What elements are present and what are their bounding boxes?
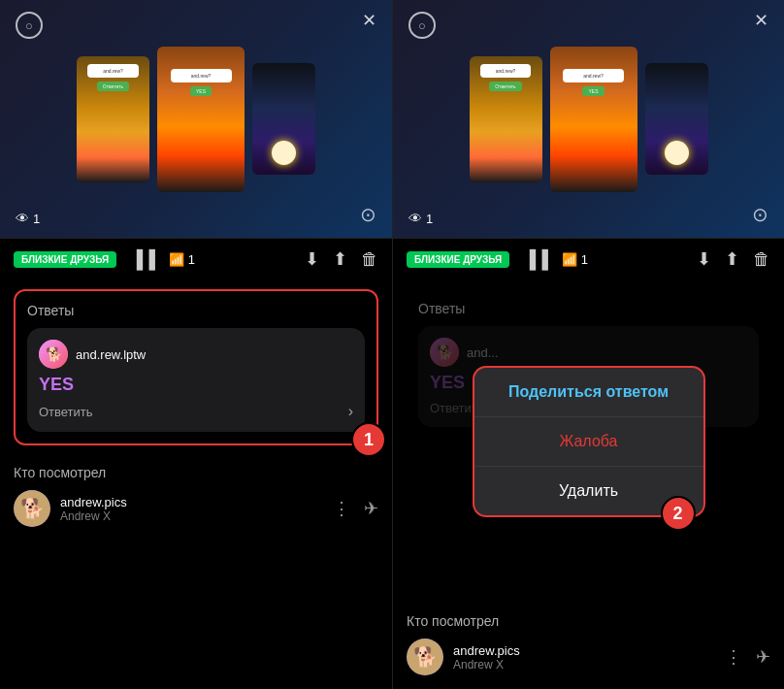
viewer-avatar-right: 🐕 bbox=[407, 639, 443, 675]
viewer-displayname-left: Andrew X bbox=[60, 509, 323, 523]
options-icon-left[interactable]: ○ bbox=[16, 12, 43, 39]
bar-views-right: 📶 1 bbox=[562, 252, 588, 267]
viewers-section-right: Кто посмотрел 🐕 andrew.pics Andrew X ⋮ ✈ bbox=[393, 604, 784, 689]
viewer-row-left: 🐕 andrew.pics Andrew X ⋮ ✈ bbox=[14, 490, 378, 527]
right-panel: ○ ✕ and.rew? Ответить bbox=[392, 0, 784, 689]
viewer-more-icon-left[interactable]: ⋮ bbox=[333, 498, 350, 519]
reply-text-left: YES bbox=[39, 375, 353, 395]
viewer-send-icon-left[interactable]: ✈ bbox=[364, 498, 378, 519]
viewer-avatar-left: 🐕 bbox=[14, 490, 50, 527]
story-preview-left: ○ ✕ and.rew? Ответить bbox=[0, 0, 392, 238]
step-badge-1: 1 bbox=[351, 422, 386, 457]
share-icon-left[interactable]: ⬆ bbox=[333, 248, 347, 270]
camera-icon-right[interactable]: ⊙ bbox=[752, 203, 768, 226]
chart-icon-left[interactable]: ▐▐ bbox=[130, 249, 155, 270]
options-icon-right[interactable]: ○ bbox=[408, 12, 436, 39]
close-button-right[interactable]: ✕ bbox=[754, 12, 768, 39]
close-friends-badge-left[interactable]: БЛИЗКИЕ ДРУЗЬЯ bbox=[14, 251, 116, 268]
reply-action-label-left[interactable]: Ответить bbox=[39, 405, 93, 419]
action-bar-right: БЛИЗКИЕ ДРУЗЬЯ ▐▐ 📶 1 ⬇ ⬆ 🗑 bbox=[393, 238, 784, 279]
reply-avatar-left: 🐕 bbox=[39, 340, 68, 369]
action-bar-left: БЛИЗКИЕ ДРУЗЬЯ ▐▐ 📶 1 ⬇ ⬆ 🗑 bbox=[0, 238, 392, 279]
viewer-more-icon-right[interactable]: ⋮ bbox=[725, 646, 742, 668]
view-badge-right: 👁 1 bbox=[408, 211, 433, 226]
viewer-displayname-right: Andrew X bbox=[453, 658, 715, 672]
left-panel: ○ ✕ and.rew? Ответить bbox=[0, 0, 392, 689]
delete-icon-left[interactable]: 🗑 bbox=[361, 249, 378, 270]
story-thumb-r2: and.rew? YES bbox=[550, 47, 637, 192]
close-button-left[interactable]: ✕ bbox=[362, 12, 376, 39]
story-thumb-1: and.rew? Ответить bbox=[77, 56, 149, 182]
replies-title-left: Ответы bbox=[27, 303, 365, 318]
viewers-title-left: Кто посмотрел bbox=[14, 465, 378, 480]
bar-views-left: 📶 1 bbox=[169, 252, 195, 267]
wifi-icon-right: 📶 bbox=[562, 252, 577, 267]
story-thumb-r1: and.rew? Ответить bbox=[470, 56, 542, 182]
reply-card-left: 🐕 and.rew.lptw YES Ответить › bbox=[27, 328, 365, 432]
viewer-row-right: 🐕 andrew.pics Andrew X ⋮ ✈ bbox=[407, 639, 770, 675]
story-thumb-r3 bbox=[645, 63, 708, 175]
camera-icon-left[interactable]: ⊙ bbox=[360, 203, 376, 226]
reply-username-left: and.rew.lptw bbox=[76, 347, 146, 362]
popup-share-option[interactable]: Поделиться ответом bbox=[474, 368, 703, 417]
share-icon-right[interactable]: ⬆ bbox=[725, 248, 739, 270]
close-friends-badge-right[interactable]: БЛИЗКИЕ ДРУЗЬЯ bbox=[407, 251, 509, 268]
viewers-section-left: Кто посмотрел 🐕 andrew.pics Andrew X ⋮ ✈ bbox=[0, 455, 392, 541]
download-icon-right[interactable]: ⬇ bbox=[697, 248, 711, 270]
viewers-title-right: Кто посмотрел bbox=[407, 613, 770, 629]
chart-icon-right[interactable]: ▐▐ bbox=[523, 249, 548, 270]
delete-icon-right[interactable]: 🗑 bbox=[753, 249, 770, 270]
popup-menu: Поделиться ответом Жалоба Удалить bbox=[473, 366, 705, 517]
view-badge-left: 👁 1 bbox=[16, 211, 40, 226]
story-thumb-3 bbox=[252, 63, 315, 175]
popup-overlay[interactable]: Поделиться ответом Жалоба Удалить 2 bbox=[393, 279, 784, 604]
wifi-icon-left: 📶 bbox=[169, 252, 184, 267]
story-thumb-2: and.rew? YES bbox=[157, 47, 245, 192]
download-icon-left[interactable]: ⬇ bbox=[305, 248, 319, 270]
story-preview-right: ○ ✕ and.rew? Ответить bbox=[393, 0, 784, 238]
viewer-send-icon-right[interactable]: ✈ bbox=[756, 646, 770, 668]
step-badge-2: 2 bbox=[661, 496, 696, 531]
viewer-username-left: andrew.pics bbox=[60, 495, 323, 509]
popup-report-option[interactable]: Жалоба bbox=[474, 417, 703, 467]
reply-arrow-left: › bbox=[348, 403, 353, 420]
viewer-username-right: andrew.pics bbox=[453, 643, 715, 658]
